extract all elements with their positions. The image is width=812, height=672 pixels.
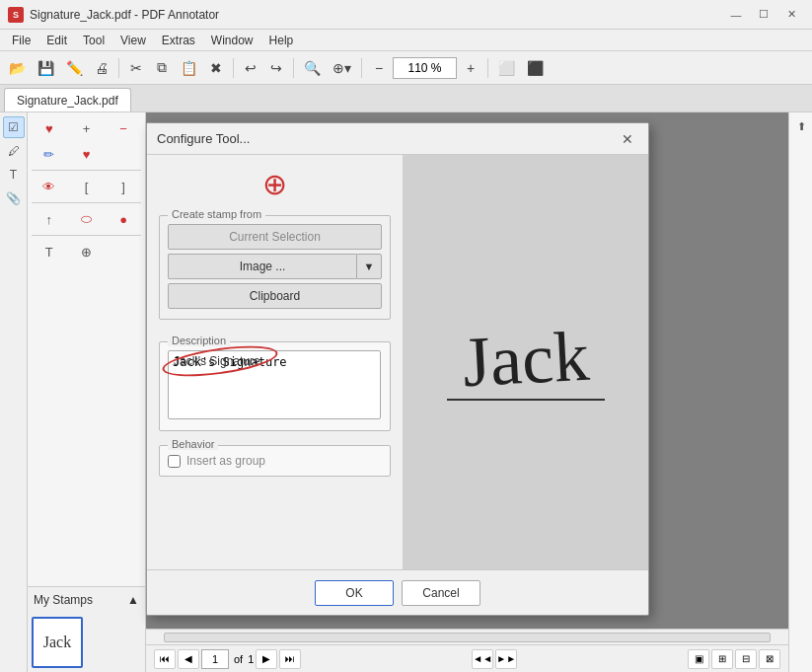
behavior-section: Behavior Insert as group bbox=[159, 445, 391, 477]
delete-button[interactable]: ✖ bbox=[204, 55, 228, 81]
description-textarea[interactable]: <span data-bind="modal.description_value… bbox=[168, 350, 381, 419]
menu-window[interactable]: Window bbox=[203, 32, 261, 49]
menu-view[interactable]: View bbox=[112, 32, 154, 49]
search-button[interactable]: 🔍 bbox=[299, 55, 326, 81]
clipboard-button[interactable]: Clipboard bbox=[168, 283, 382, 309]
tab-bar: Signature_Jack.pdf bbox=[0, 85, 812, 112]
stamp-button[interactable]: ⊕▾ bbox=[328, 55, 356, 81]
tab-document[interactable]: Signature_Jack.pdf bbox=[4, 88, 131, 112]
modal-footer: OK Cancel bbox=[147, 569, 648, 615]
menu-tool[interactable]: Tool bbox=[75, 32, 112, 49]
stamp-icon: ⊕ bbox=[262, 167, 287, 201]
ok-button[interactable]: OK bbox=[315, 580, 394, 606]
annotate-button[interactable]: ✏️ bbox=[61, 55, 88, 81]
current-selection-button[interactable]: Current Selection bbox=[168, 224, 382, 250]
cut-button[interactable]: ✂ bbox=[124, 55, 148, 81]
menu-bar: File Edit Tool View Extras Window Help bbox=[0, 30, 812, 51]
redo-button[interactable]: ↪ bbox=[264, 55, 288, 81]
minimize-button[interactable]: — bbox=[723, 5, 749, 25]
toolbar-separator-5 bbox=[487, 58, 488, 78]
modal-close-button[interactable]: ✕ bbox=[617, 128, 638, 150]
cancel-button[interactable]: Cancel bbox=[402, 580, 480, 606]
configure-tool-dialog: Configure Tool... ✕ ⊕ Create stamp from … bbox=[146, 122, 649, 616]
toolbar-separator-4 bbox=[361, 58, 362, 78]
create-stamp-legend: Create stamp from bbox=[168, 208, 265, 220]
main-area: ☑ 🖊 T 📎 ♥ + − ✏ ♥ 👁 [ ] ↑ ⬭ ● T ⊕ My Sta… bbox=[0, 112, 812, 672]
modal-title: Configure Tool... bbox=[157, 131, 250, 146]
zoom-display: 110 % bbox=[393, 57, 457, 79]
toolbar-separator-1 bbox=[118, 58, 119, 78]
modal-title-bar: Configure Tool... ✕ bbox=[147, 123, 648, 155]
title-bar: S Signature_Jack.pdf - PDF Annotator — ☐… bbox=[0, 0, 812, 30]
menu-extras[interactable]: Extras bbox=[154, 32, 203, 49]
zoom-out-button[interactable]: − bbox=[367, 55, 391, 81]
insert-as-group-label[interactable]: Insert as group bbox=[186, 454, 265, 468]
preview-sig-text: Jack bbox=[461, 321, 591, 399]
copy-button[interactable]: ⧉ bbox=[150, 55, 174, 81]
image-dropdown-button[interactable]: ▼ bbox=[356, 254, 382, 279]
window-controls: — ☐ ✕ bbox=[723, 5, 804, 25]
modal-body: ⊕ Create stamp from Current Selection Im… bbox=[147, 155, 648, 569]
maximize-button[interactable]: ☐ bbox=[751, 5, 776, 25]
behavior-legend: Behavior bbox=[168, 438, 218, 450]
stamp-icon-area: ⊕ bbox=[159, 167, 391, 201]
create-stamp-section: Create stamp from Current Selection Imag… bbox=[159, 215, 391, 320]
fit-width-button[interactable]: ⬛ bbox=[522, 55, 549, 81]
description-section: Description <span data-bind="modal.descr… bbox=[159, 341, 391, 431]
preview-signature: Jack bbox=[447, 324, 605, 401]
menu-help[interactable]: Help bbox=[261, 32, 302, 49]
image-row: Image ... ▼ bbox=[168, 254, 382, 283]
toolbar-separator-3 bbox=[293, 58, 294, 78]
menu-edit[interactable]: Edit bbox=[38, 32, 75, 49]
main-toolbar: 📂 💾 ✏️ 🖨 ✂ ⧉ 📋 ✖ ↩ ↪ 🔍 ⊕▾ − 110 % + ⬜ ⬛ bbox=[0, 51, 812, 85]
menu-file[interactable]: File bbox=[4, 32, 38, 49]
image-button[interactable]: Image ... bbox=[168, 254, 356, 279]
modal-preview-panel: Jack bbox=[404, 155, 648, 569]
fit-page-button[interactable]: ⬜ bbox=[493, 55, 520, 81]
paste-button[interactable]: 📋 bbox=[176, 55, 202, 81]
print-button[interactable]: 🖨 bbox=[90, 55, 113, 81]
modal-overlay: Configure Tool... ✕ ⊕ Create stamp from … bbox=[0, 112, 812, 672]
zoom-value: 110 % bbox=[407, 61, 441, 75]
toolbar-separator-2 bbox=[233, 58, 234, 78]
description-legend: Description bbox=[168, 335, 230, 346]
zoom-in-button[interactable]: + bbox=[459, 55, 482, 81]
close-button[interactable]: ✕ bbox=[778, 5, 804, 25]
undo-button[interactable]: ↩ bbox=[239, 55, 262, 81]
tab-label: Signature_Jack.pdf bbox=[17, 94, 118, 108]
insert-as-group-row: Insert as group bbox=[168, 454, 382, 468]
save-button[interactable]: 💾 bbox=[33, 55, 59, 81]
app-icon: S bbox=[8, 7, 24, 23]
modal-left-panel: ⊕ Create stamp from Current Selection Im… bbox=[147, 155, 404, 569]
open-button[interactable]: 📂 bbox=[4, 55, 31, 81]
insert-as-group-checkbox[interactable] bbox=[168, 455, 181, 468]
app-title: Signature_Jack.pdf - PDF Annotator bbox=[30, 8, 723, 22]
